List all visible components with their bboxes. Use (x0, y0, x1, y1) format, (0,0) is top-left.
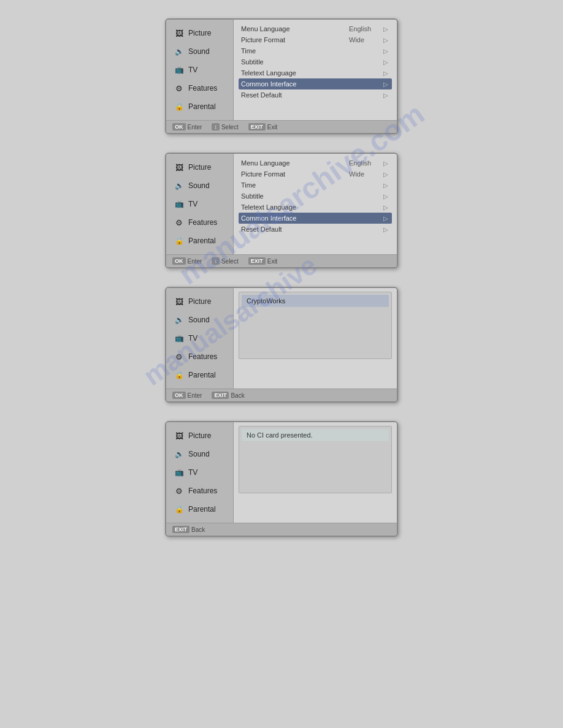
cryptoworks-item[interactable]: CryptoWorks (242, 295, 389, 307)
tv-menu-3: Picture Sound TV Features Parental (165, 287, 398, 403)
sidebar-item-tv-4[interactable]: TV (169, 464, 231, 481)
picture-icon-4 (174, 430, 185, 441)
sidebar-item-parental-1[interactable]: Parental (169, 98, 231, 115)
row-label-2-2: Picture Format (241, 170, 347, 178)
sidebar-item-parental-2[interactable]: Parental (169, 232, 231, 249)
menu-panel-4: Picture Sound TV Features Parental (165, 421, 398, 537)
parental-icon-1 (174, 101, 185, 112)
sound-icon-4 (174, 449, 185, 460)
sidebar-4: Picture Sound TV Features Parental (166, 422, 234, 523)
sidebar-item-picture-3[interactable]: Picture (169, 293, 231, 310)
sidebar-label-picture-4: Picture (188, 431, 211, 440)
menu-row-menu-language-1[interactable]: Menu Language English ▷ (239, 23, 392, 34)
ok-label-3: Enter (188, 392, 202, 399)
row-label-7: Reset Default (241, 91, 347, 99)
sidebar-item-parental-4[interactable]: Parental (169, 501, 231, 518)
menu-row-picture-format-1[interactable]: Picture Format Wide ▷ (239, 34, 392, 45)
menu-row-common-interface-2[interactable]: Common Interface ▷ (239, 213, 392, 224)
arrow-icon-2-4: ▷ (382, 193, 389, 200)
arrow-icon-2-7: ▷ (382, 226, 389, 233)
footer-select-1[interactable]: ↕ Select (212, 123, 238, 131)
sidebar-label-parental-4: Parental (188, 505, 216, 514)
sidebar-item-picture-2[interactable]: Picture (169, 159, 231, 176)
footer-back-4[interactable]: EXIT Back (172, 526, 205, 533)
sidebar-item-tv-1[interactable]: TV (169, 61, 231, 78)
sidebar-item-features-4[interactable]: Features (169, 482, 231, 499)
cryptoworks-box: CryptoWorks (239, 292, 392, 359)
footer-ok-1[interactable]: OK Enter (172, 123, 202, 131)
sidebar-label-sound-1: Sound (188, 47, 210, 56)
menu-body-2: Picture Sound TV Features Parental (166, 154, 397, 254)
sidebar-label-features-1: Features (188, 84, 217, 93)
row-label-2-1: Menu Language (241, 159, 347, 167)
row-value-2: Wide (349, 36, 380, 44)
sidebar-item-tv-2[interactable]: TV (169, 195, 231, 213)
menu-row-teletext-2[interactable]: Teletext Language ▷ (239, 202, 392, 213)
sound-icon-1 (174, 46, 185, 57)
sidebar-2: Picture Sound TV Features Parental (166, 154, 234, 254)
select-label-1: Select (221, 124, 239, 131)
ok-label-2: Enter (188, 258, 202, 265)
arrow-icon-2: ▷ (382, 37, 389, 44)
sidebar-item-sound-2[interactable]: Sound (169, 177, 231, 194)
menu-row-subtitle-1[interactable]: Subtitle ▷ (239, 56, 392, 67)
footer-ok-3[interactable]: OK Enter (172, 392, 202, 399)
row-label-2: Picture Format (241, 36, 347, 44)
footer-exit-1[interactable]: EXIT Exit (248, 123, 278, 131)
arrow-icon-2-2: ▷ (382, 171, 389, 178)
row-label-5: Teletext Language (241, 69, 347, 77)
row-label-2-3: Time (241, 181, 347, 189)
menu-row-reset-2[interactable]: Reset Default ▷ (239, 224, 392, 235)
menu-row-time-1[interactable]: Time ▷ (239, 45, 392, 56)
sidebar-item-features-1[interactable]: Features (169, 80, 231, 97)
content-area-3: CryptoWorks (234, 288, 397, 389)
sidebar-item-picture-4[interactable]: Picture (169, 427, 231, 444)
footer-back-3[interactable]: EXIT Back (212, 392, 244, 399)
sidebar-label-tv-1: TV (188, 66, 197, 74)
sidebar-item-sound-4[interactable]: Sound (169, 446, 231, 463)
row-label-6: Common Interface (241, 80, 347, 88)
no-ci-box: No CI card presented. (239, 426, 392, 493)
footer-exit-2[interactable]: EXIT Exit (248, 257, 278, 265)
sidebar-item-sound-3[interactable]: Sound (169, 311, 231, 328)
footer-ok-2[interactable]: OK Enter (172, 257, 202, 265)
no-ci-label: No CI card presented. (247, 431, 313, 439)
features-icon-1 (174, 83, 185, 94)
menu-row-teletext-1[interactable]: Teletext Language ▷ (239, 67, 392, 78)
select-box-2: ↕ (212, 257, 220, 265)
arrow-icon-7: ▷ (382, 92, 389, 99)
menu-footer-2: OK Enter ↕ Select EXIT Exit (166, 254, 397, 267)
footer-select-2[interactable]: ↕ Select (212, 257, 238, 265)
exit-label-2: Exit (267, 258, 278, 265)
back-label-4: Back (191, 526, 205, 533)
menu-panel-1: Picture Sound TV Features Parental (165, 18, 398, 134)
menu-row-picture-format-2[interactable]: Picture Format Wide ▷ (239, 169, 392, 180)
arrow-icon-2-3: ▷ (382, 182, 389, 189)
exit-box-2: EXIT (248, 257, 266, 265)
select-box-1: ↕ (212, 123, 220, 131)
ok-box-3: OK (172, 392, 186, 399)
back-label-3: Back (231, 392, 244, 399)
menu-body-3: Picture Sound TV Features Parental (166, 288, 397, 389)
sidebar-item-tv-3[interactable]: TV (169, 330, 231, 347)
sidebar-item-picture-1[interactable]: Picture (169, 25, 231, 42)
arrow-icon-2-6: ▷ (382, 215, 389, 222)
sidebar-item-features-2[interactable]: Features (169, 214, 231, 231)
arrow-icon-4: ▷ (382, 59, 389, 66)
menu-row-subtitle-2[interactable]: Subtitle ▷ (239, 191, 392, 202)
menu-row-reset-1[interactable]: Reset Default ▷ (239, 89, 392, 100)
sidebar-label-tv-4: TV (188, 468, 197, 477)
sidebar-item-features-3[interactable]: Features (169, 348, 231, 365)
sidebar-item-parental-3[interactable]: Parental (169, 366, 231, 384)
menu-row-time-2[interactable]: Time ▷ (239, 180, 392, 191)
row-label-2-5: Teletext Language (241, 203, 347, 211)
arrow-icon-2-5: ▷ (382, 204, 389, 211)
sidebar-item-sound-1[interactable]: Sound (169, 43, 231, 60)
tv-menu-2: Picture Sound TV Features Parental (165, 153, 398, 268)
menu-row-menu-language-2[interactable]: Menu Language English ▷ (239, 157, 392, 169)
parental-icon-3 (174, 370, 185, 381)
cryptoworks-label: CryptoWorks (247, 297, 285, 305)
ok-box-1: OK (172, 123, 186, 131)
menu-row-common-interface-1[interactable]: Common Interface ▷ (239, 78, 392, 89)
sidebar-label-picture-2: Picture (188, 163, 211, 172)
